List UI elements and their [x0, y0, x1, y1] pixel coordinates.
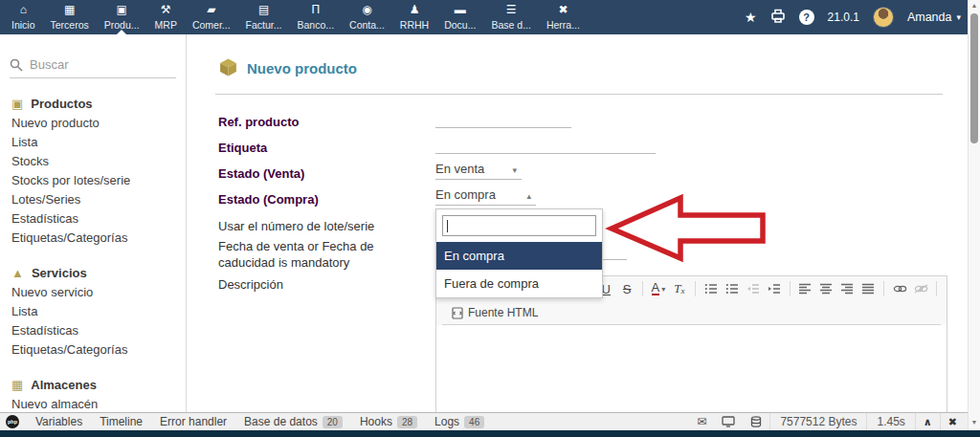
sidebar-item-etiquetas-servicios[interactable]: Etiquetas/Categorías	[11, 340, 186, 360]
debug-tab-label: Base de datos	[244, 415, 318, 428]
nav-tab-inicio[interactable]: ⌂ Inicio	[4, 0, 43, 34]
menu-section-servicios: ▲ Servicios Nuevo servicio Lista Estadís…	[0, 262, 186, 360]
bullet-list-icon	[725, 283, 739, 295]
sidebar-item-estadisticas-servicios[interactable]: Estadísticas	[11, 321, 186, 340]
outdent-button[interactable]	[744, 279, 763, 298]
toolbar-separator	[883, 281, 884, 296]
nav-label: Conta...	[349, 19, 385, 31]
nav-label: MRP	[155, 19, 177, 31]
align-right-button[interactable]	[837, 279, 857, 298]
remove-format-button[interactable]: T x	[670, 279, 689, 298]
sidebar-item-etiquetas-productos[interactable]: Etiquetas/Categorías	[11, 229, 186, 248]
align-left-button[interactable]	[795, 279, 814, 298]
sidebar-item-nuevo-servicio[interactable]: Nuevo servicio	[11, 283, 186, 302]
user-menu[interactable]: Amanda ▾	[907, 11, 961, 24]
taskbar-edge	[0, 430, 980, 437]
text-color-button[interactable]: A ▾	[649, 279, 668, 298]
ref-producto-input[interactable]	[435, 111, 571, 128]
estado-compra-dropdown-panel: En compra Fuera de compra	[435, 208, 603, 298]
estado-compra-label: Estado (Compra)	[218, 192, 319, 207]
nav-tab-herramientas[interactable]: ✖ Herra...	[539, 0, 588, 34]
dropdown-option-fuera-de-compra[interactable]: Fuera de compra	[436, 270, 602, 297]
nav-tab-mrp[interactable]: ⚒ MRP	[147, 0, 185, 34]
service-icon: ▲	[11, 266, 24, 280]
bookmark-star-icon[interactable]: ★	[745, 10, 757, 25]
sidebar-item-lista-productos[interactable]: Lista	[11, 133, 186, 152]
section-title: Productos	[31, 97, 92, 111]
minimize-debugbar-button[interactable]: ∧	[915, 413, 940, 430]
section-header-servicios: ▲ Servicios	[11, 262, 186, 283]
debug-tab-hooks[interactable]: Hooks 28	[351, 413, 426, 430]
sidebar-item-lotes-series[interactable]: Lotes/Series	[11, 190, 186, 209]
html-source-button[interactable]: Fuente HTML	[446, 304, 544, 321]
user-avatar[interactable]	[873, 7, 894, 28]
indent-button[interactable]	[765, 279, 784, 298]
debug-tab-label: Logs	[434, 415, 459, 428]
fecha-mandatory-label: Fecha de venta or Fecha de caducidad is …	[218, 238, 431, 271]
nav-tab-contabilidad[interactable]: ◉ Conta...	[342, 0, 392, 34]
thirdparties-icon: ▦	[64, 4, 75, 16]
version-number: 21.0.1	[828, 11, 859, 24]
nav-tab-comercial[interactable]: ▰ Comer...	[185, 0, 238, 34]
debug-tab-base-de-datos[interactable]: Base de datos 20	[235, 413, 351, 430]
align-center-button[interactable]	[816, 279, 835, 298]
estado-venta-select[interactable]: En venta ▾	[435, 161, 522, 180]
estado-compra-select[interactable]: En compra ▴	[435, 186, 536, 206]
nav-tab-facturacion[interactable]: ▤ Factur...	[238, 0, 290, 34]
monitor-icon[interactable]	[714, 416, 743, 427]
numbered-list-button[interactable]	[702, 279, 721, 298]
sidebar-item-stocks[interactable]: Stocks	[11, 152, 186, 171]
dropdown-option-en-compra[interactable]: En compra	[436, 242, 602, 270]
nav-label: Inicio	[11, 19, 35, 31]
product-cube-icon	[218, 57, 238, 81]
nav-label: Docu...	[444, 19, 476, 31]
nav-tab-documentos[interactable]: ▬ Docu...	[436, 0, 483, 34]
nav-tab-base-datos[interactable]: ☰ Base d...	[483, 0, 538, 34]
sidebar-item-lista-servicios[interactable]: Lista	[11, 302, 186, 321]
print-icon[interactable]	[770, 9, 786, 27]
strikethrough-button[interactable]: S	[617, 279, 636, 298]
description-textarea[interactable]	[436, 325, 947, 413]
php-logo-icon: php	[6, 415, 19, 428]
debug-tab-timeline[interactable]: Timeline	[91, 413, 151, 430]
justify-button[interactable]	[858, 279, 878, 298]
outdent-icon	[746, 283, 760, 295]
text-cursor	[447, 220, 448, 232]
sidebar-item-estadisticas-productos[interactable]: Estadísticas	[11, 209, 186, 229]
search-input[interactable]	[30, 57, 187, 72]
scroll-down-icon[interactable]: ▼	[969, 419, 980, 426]
nav-label: Comer...	[192, 19, 231, 31]
scrollbar-thumb[interactable]	[970, 13, 978, 143]
unlink-button[interactable]	[911, 279, 930, 298]
database-icon[interactable]	[743, 416, 769, 427]
sidebar-item-nuevo-producto[interactable]: Nuevo producto	[11, 114, 186, 133]
help-icon[interactable]: ?	[799, 10, 814, 25]
sidebar-item-stocks-lotes[interactable]: Stocks por lotes/serie	[11, 171, 186, 190]
tools-icon: ✖	[558, 4, 568, 16]
etiqueta-input[interactable]	[435, 137, 656, 154]
link-button[interactable]	[890, 279, 909, 298]
bullet-list-button[interactable]	[723, 279, 742, 298]
scroll-up-icon[interactable]: ▲	[969, 2, 980, 9]
dropdown-search-input[interactable]	[442, 215, 596, 236]
nav-tab-bancos[interactable]: Π Banco...	[290, 0, 343, 34]
nav-tab-terceros[interactable]: ▦ Terceros	[43, 0, 97, 34]
debug-tab-variables[interactable]: Variables	[27, 413, 91, 430]
title-divider	[215, 94, 943, 95]
caret-up-icon: ▴	[526, 191, 531, 201]
nav-label: Herra...	[546, 19, 580, 31]
vertical-scrollbar[interactable]: ▲ ▼	[968, 0, 980, 430]
debug-tab-logs[interactable]: Logs 46	[426, 413, 493, 430]
debug-tab-error-handler[interactable]: Error handler	[151, 413, 235, 430]
section-header-productos: ▣ Productos	[11, 93, 186, 114]
sidebar-search: ▾	[10, 52, 176, 78]
sidebar-item-nuevo-almacen[interactable]: Nuevo almacén	[11, 395, 186, 412]
nav-tab-productos[interactable]: ▣ Produ...	[97, 0, 147, 34]
close-debugbar-button[interactable]: ✖	[940, 413, 965, 430]
request-time: 1.45s	[866, 413, 914, 430]
toolbar-separator	[790, 281, 791, 296]
nav-tab-rrhh[interactable]: ♟ RRHH	[392, 0, 436, 34]
toolbar-separator	[642, 281, 643, 296]
nav-label: Produ...	[104, 19, 140, 31]
mail-icon[interactable]: ✉	[689, 415, 714, 428]
